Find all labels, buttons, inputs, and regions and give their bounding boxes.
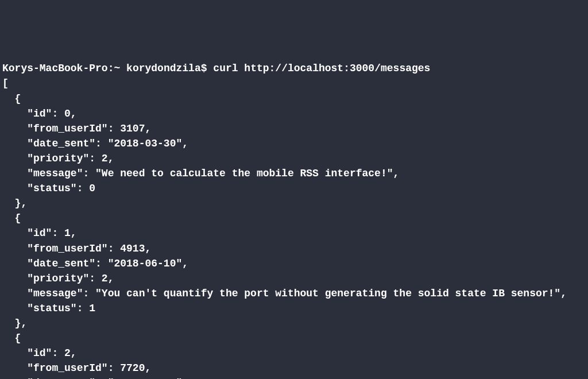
terminal-output[interactable]: Korys-MacBook-Pro:~ korydondzila$ curl h… (2, 61, 586, 379)
record-from: "from_userId": 7720, (2, 362, 151, 374)
record-status: "status": 1 (2, 303, 95, 314)
record-message: "message": "You can't quantify the port … (2, 288, 567, 299)
prompt-host: Korys-MacBook-Pro (2, 63, 108, 74)
record-id: "id": 1, (2, 227, 77, 239)
record-id: "id": 0, (2, 108, 77, 119)
record-message: "message": "We need to calculate the mob… (2, 168, 399, 179)
record-status: "status": 0 (2, 183, 95, 194)
record-close: }, (2, 198, 27, 209)
record-id: "id": 2, (2, 347, 77, 359)
prompt-symbol: $ (201, 63, 207, 74)
prompt-line: Korys-MacBook-Pro:~ korydondzila$ curl h… (2, 63, 430, 74)
prompt-path: ~ (114, 63, 120, 74)
record-date: "date_sent": "2018-06-10", (2, 258, 188, 269)
record-open: { (2, 93, 21, 105)
json-open-bracket: [ (2, 78, 9, 89)
record-close: }, (2, 318, 27, 329)
record-priority: "priority": 2, (2, 273, 114, 284)
record-from: "from_userId": 4913, (2, 243, 151, 254)
command-text: curl http://localhost:3000/messages (213, 63, 430, 74)
record-date: "date_sent": "2018-03-30", (2, 138, 188, 149)
prompt-user: korydondzila (126, 63, 201, 74)
record-open: { (2, 212, 21, 224)
record-from: "from_userId": 3107, (2, 123, 151, 134)
record-priority: "priority": 2, (2, 153, 114, 164)
record-open: { (2, 332, 21, 344)
